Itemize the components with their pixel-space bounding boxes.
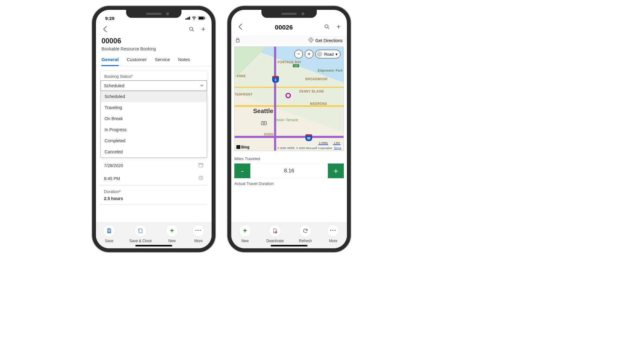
plus-icon: + [243,227,247,235]
refresh-icon [303,228,308,234]
zoom-in-button[interactable]: + [305,50,313,58]
sr-99-shield: 99 [261,121,267,125]
home-indicator [135,245,172,246]
zoom-out-button[interactable]: − [294,50,303,58]
option-on-break[interactable]: On Break [101,113,207,124]
date-value: 7/28/2020 [104,163,123,168]
save-icon [106,228,112,234]
refresh-button[interactable]: Refresh [299,225,312,243]
chevron-down-icon [200,84,204,88]
directions-icon [308,37,313,43]
bottom-bar: Save Save & Close + New ··· More [96,222,212,248]
back-button[interactable] [101,25,108,35]
phone-right: 00026 Get Direc [228,6,351,252]
miles-traveled-value[interactable]: 8.16 [250,163,328,178]
option-canceled[interactable]: Canceled [101,146,207,157]
svg-rect-1 [199,17,204,19]
deactivate-icon [272,228,278,234]
map-label: Edgewater Park [318,69,343,72]
terms-link[interactable]: Terms [334,147,342,150]
svg-rect-20 [236,40,239,42]
svg-point-16 [325,25,328,28]
app-header [96,22,212,37]
map-pin [285,93,291,98]
clock-icon [198,175,204,182]
svg-line-4 [192,30,194,31]
sr-520-shield: 520 [292,64,300,68]
tab-notes[interactable]: Notes [178,57,190,66]
battery-icon [198,16,205,21]
svg-rect-2 [205,17,205,19]
back-button[interactable] [237,22,244,33]
duration-row[interactable]: 2.5 hours [100,195,207,204]
svg-line-13 [201,178,202,179]
new-button[interactable]: + New [239,225,251,243]
add-icon[interactable] [336,24,341,31]
home-indicator [271,245,308,246]
option-in-progress[interactable]: In Progress [101,124,207,135]
new-button[interactable]: + New [166,225,178,243]
booking-status-dropdown: Scheduled Traveling On Break In Progress… [101,91,207,158]
svg-rect-7 [199,163,203,167]
tab-service[interactable]: Service [155,57,170,66]
miles-traveled-card: Miles Traveled - 8.16 + [234,156,344,178]
calendar-icon [198,162,204,169]
map-style-icon [317,51,322,57]
map-city-label: Seattle [253,108,273,115]
actual-travel-duration-label: Actual Travel Duration [231,178,347,186]
map-label: Yesler Terrace [275,118,298,122]
more-icon: ··· [330,227,336,234]
interstate-90-shield: 90 [305,134,312,141]
date-row[interactable]: 7/28/2020 [100,159,207,172]
svg-point-3 [189,27,193,30]
more-button[interactable]: ··· More [192,225,205,243]
map-scale: 1 miles 1 km [318,141,340,145]
save-close-button[interactable]: Save & Close [129,225,152,243]
save-button[interactable]: Save [103,225,115,243]
increment-button[interactable]: + [328,163,344,178]
search-icon[interactable] [324,24,330,31]
save-close-icon [138,228,143,234]
decrement-button[interactable]: - [234,163,250,178]
app-header: 00026 [231,19,347,36]
svg-rect-15 [108,231,110,232]
svg-rect-14 [108,229,110,230]
record-subtitle: Bookable Resource Booking [101,46,206,51]
tab-customer[interactable]: Customer [127,57,147,66]
map[interactable]: PORTAGE BAY BROADMOOR DENNY BLAINE MADRO… [234,46,344,151]
map-attribution: © 2020 HERE, © 2020 Microsoft Corporatio… [276,146,342,150]
record-title: 00026 [275,24,293,31]
map-label: ANNE [237,74,246,78]
interstate-5-shield: 5 [272,76,279,83]
notch [126,10,181,18]
search-icon[interactable] [189,26,194,33]
get-directions-button[interactable]: Get Directions [308,37,343,43]
phone-left: 9:29 [92,6,215,252]
booking-status-card: Booking Status* Scheduled Scheduled Trav… [100,71,207,158]
duration-label: Duration [104,189,119,194]
map-style-select[interactable]: Road ▾ [315,50,340,58]
deactivate-button[interactable]: Deactivate [266,225,284,243]
bottom-bar: + New Deactivate Refresh ··· [231,222,347,248]
map-label: DENNY BLAINE [299,90,324,93]
booking-status-select[interactable]: Scheduled [101,81,207,91]
time-row[interactable]: 8:45 PM [100,172,207,185]
record-title: 00006 [101,37,206,45]
option-scheduled[interactable]: Scheduled [101,91,207,102]
plus-icon: + [170,227,174,235]
option-completed[interactable]: Completed [101,135,207,146]
map-label: PORTAGE BAY [278,61,301,64]
bing-logo: 🅱 Bing [237,145,249,149]
tabs: General Customer Service Notes [96,54,212,66]
time-value: 8:45 PM [104,176,120,181]
duration-value: 2.5 hours [104,196,123,201]
option-traveling[interactable]: Traveling [101,102,207,113]
map-label: MADRONA [310,102,327,105]
tab-general[interactable]: General [101,57,119,66]
more-button[interactable]: ··· More [327,225,339,243]
add-icon[interactable] [201,26,206,33]
lock-icon [236,37,240,43]
miles-traveled-label: Miles Traveled [234,156,344,163]
notch [261,10,317,18]
booking-status-value: Scheduled [104,83,124,88]
